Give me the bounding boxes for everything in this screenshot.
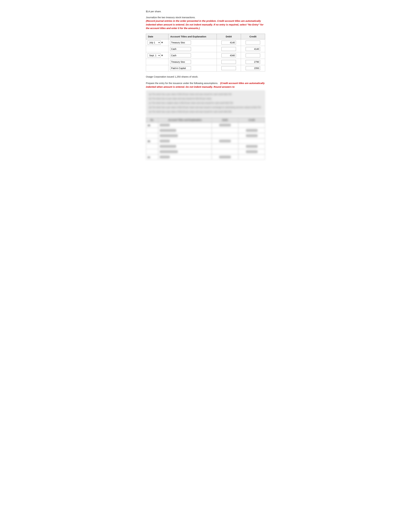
account-input-paid-in-capital[interactable] xyxy=(170,66,191,70)
account-cell[interactable] xyxy=(168,46,217,52)
credit-input-1550[interactable] xyxy=(246,66,260,70)
date-cell-empty xyxy=(146,59,168,65)
table-row: July 1 ▼ xyxy=(146,39,265,46)
credit-input-4140[interactable] xyxy=(246,47,260,51)
blurred-section: (a) The stock has a par value of $10.00 … xyxy=(146,90,265,160)
date-cell[interactable]: July 1 ▼ xyxy=(146,39,168,46)
dropdown-arrow-icon: ▼ xyxy=(161,54,163,57)
account-input-treasury1[interactable] xyxy=(170,41,191,45)
debit-cell-empty[interactable] xyxy=(217,46,241,52)
debit-cell[interactable] xyxy=(217,52,241,59)
date-cell-empty xyxy=(146,46,168,52)
blurred-list: (a) The stock has a par value of $10.00 … xyxy=(146,90,265,116)
table-row xyxy=(146,59,265,65)
prepare-text: Prepare the entry for the issuance under… xyxy=(146,81,265,89)
debit-input-4140[interactable] xyxy=(222,41,236,45)
debit-input-empty3[interactable] xyxy=(222,66,236,70)
instruction-bold: (Record journal entries in the order pre… xyxy=(146,19,265,30)
dropdown-arrow-icon: ▼ xyxy=(161,41,163,44)
credit-cell[interactable] xyxy=(241,46,265,52)
debit-input-empty2[interactable] xyxy=(222,60,236,64)
table-row: Sept. 1 ▼ xyxy=(146,52,265,59)
table-row xyxy=(146,65,265,71)
account-cell[interactable] xyxy=(168,59,217,65)
debit-cell-empty[interactable] xyxy=(217,65,241,71)
table-row xyxy=(146,46,265,52)
account-cell[interactable] xyxy=(168,52,217,59)
credit-cell[interactable] xyxy=(241,39,265,46)
credit-cell-empty[interactable] xyxy=(241,52,265,59)
debit-input-4340[interactable] xyxy=(222,54,236,57)
credit-input-2790[interactable] xyxy=(246,60,260,64)
credit-input-empty1[interactable] xyxy=(246,41,260,45)
debit-cell[interactable] xyxy=(217,39,241,46)
col-header-credit: Credit xyxy=(241,34,265,39)
journal-table: Date Account Titles and Explanation Debi… xyxy=(146,34,265,71)
osage-text: Osage Corporation issued 1,250 shares of… xyxy=(146,75,265,79)
account-cell[interactable] xyxy=(168,65,217,71)
date-cell-empty xyxy=(146,65,168,71)
credit-cell[interactable] xyxy=(241,65,265,71)
date-cell[interactable]: Sept. 1 ▼ xyxy=(146,52,168,59)
date-select-sept1[interactable]: Sept. 1 xyxy=(148,53,160,57)
account-cell[interactable] xyxy=(168,39,217,46)
debit-input-empty1[interactable] xyxy=(222,47,236,51)
credit-input-empty2[interactable] xyxy=(246,54,260,57)
credit-cell[interactable] xyxy=(241,59,265,65)
account-input-cash1[interactable] xyxy=(170,47,191,51)
col-header-debit: Debit xyxy=(217,34,241,39)
debit-cell-empty[interactable] xyxy=(217,59,241,65)
account-input-treasury2[interactable] xyxy=(170,60,191,64)
col-header-date: Date xyxy=(146,34,168,39)
journalize-intro: Journalize the two treasury stock transa… xyxy=(146,16,265,30)
blurred-journal-table: No. Account Titles and Explanation Debit… xyxy=(146,117,265,160)
price-line: $14 per share. xyxy=(146,10,265,13)
account-input-cash2[interactable] xyxy=(170,54,191,57)
date-select-july1[interactable]: July 1 xyxy=(148,40,160,45)
col-header-account: Account Titles and Explanation xyxy=(168,34,217,39)
